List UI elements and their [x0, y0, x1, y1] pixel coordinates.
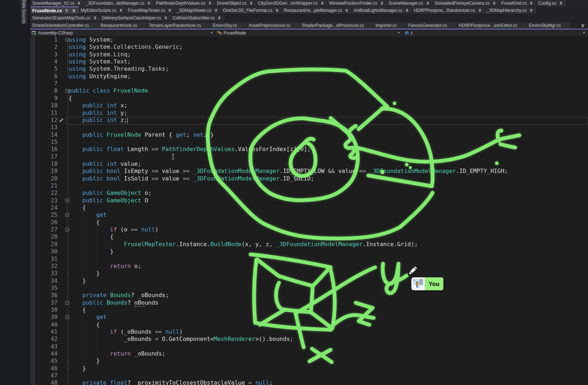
pin-icon[interactable] [321, 1, 324, 5]
code-line: get [69, 211, 107, 219]
pin-icon[interactable] [478, 9, 482, 13]
document-tab[interactable]: PathfinderDepthValues.cs [154, 0, 215, 6]
code-line: public int value; [69, 160, 141, 168]
document-tab[interactable]: FruxelMapTester.cs [126, 7, 174, 14]
outline-guide [67, 42, 68, 77]
line-number: 28 [36, 233, 57, 240]
document-tab[interactable]: FruxelGrid.cs [499, 0, 536, 6]
code-line: return o; [69, 263, 141, 270]
document-tab[interactable]: _3DFoundatio...delManager.cs [84, 0, 154, 6]
fold-collapse-box[interactable] [65, 315, 69, 319]
document-tab[interactable]: EnviroSky.cs [211, 22, 246, 29]
fold-collapse-box[interactable] [65, 199, 69, 202]
document-tab-well: SceneManager_02.cs_3DFoundatio...delMana… [30, 0, 588, 29]
tab-label: FruxelNode.cs [32, 8, 62, 13]
document-tab[interactable]: _3DMapHierarchy.cs [485, 7, 536, 14]
pin-icon[interactable] [405, 9, 409, 13]
pin-icon[interactable] [208, 1, 212, 5]
pin-icon[interactable] [529, 1, 533, 5]
tab-label: Config.cs [538, 1, 556, 6]
document-tab[interactable]: FencesGenerator.cs [406, 22, 456, 29]
tab-label: DeliverySurfaceClassHelper.cs [102, 15, 161, 20]
pin-icon[interactable] [218, 16, 221, 20]
pin-icon[interactable] [345, 9, 349, 13]
document-tab[interactable]: HDRPPostproc...Randomizer.cs [412, 7, 485, 14]
document-tab[interactable]: SimulatedFisheyeCamera.cs [433, 0, 499, 6]
document-tab[interactable]: ArtificialLightsManager.cs [352, 7, 412, 14]
document-tab[interactable]: Importer.cs [374, 22, 406, 29]
line-number: 37 [36, 299, 57, 306]
current-line-highlight [66, 117, 588, 124]
pin-icon[interactable] [559, 1, 563, 5]
left-dock-rail: Data Sources [0, 0, 30, 385]
line-number: 22 [36, 189, 57, 197]
code-line: if (_oBounds == null) [69, 328, 183, 335]
code-editor[interactable]: 1234567891011121314151617181920212223242… [30, 36, 588, 385]
nav-member-dropdown[interactable]: z ▾ [403, 29, 588, 36]
fold-collapse-box[interactable] [65, 228, 69, 231]
line-number: 15 [36, 138, 57, 146]
fold-collapse-box[interactable] [65, 38, 69, 42]
document-tab[interactable]: ShaderPackage...stProcessor.cs [300, 22, 373, 29]
code-line: if (o == null) [69, 226, 158, 233]
document-tab[interactable]: HDRPPostproce...izerEditor.cs [457, 22, 527, 29]
document-tab[interactable]: SceneManager_02.cs [31, 0, 84, 6]
pin-icon[interactable] [214, 9, 218, 13]
pin-icon[interactable] [493, 1, 496, 5]
pin-icon[interactable] [119, 9, 123, 13]
pin-icon[interactable] [275, 9, 279, 13]
document-tab[interactable]: MyEditorScripts.cs [79, 7, 126, 14]
document-tab[interactable]: FruxelNode.cs✕ [31, 6, 79, 14]
pin-icon[interactable] [147, 1, 151, 5]
line-edit-pen-icon [59, 118, 64, 125]
document-tab[interactable]: EnviroSkyMgr.cs [527, 22, 570, 29]
pin-icon[interactable] [164, 16, 168, 20]
document-tab[interactable]: Config.cs [536, 0, 565, 6]
document-tab[interactable]: WindowPositionFinder.cs [327, 0, 387, 6]
fold-collapse-box[interactable] [65, 213, 69, 217]
document-tab[interactable]: DeliverySurfaceClassHelper.cs [100, 15, 171, 21]
nav-project-dropdown[interactable]: Assembly-CSharp ▾ [30, 29, 216, 36]
fold-collapse-box[interactable] [65, 301, 69, 305]
close-icon[interactable]: ✕ [72, 9, 76, 13]
document-tab[interactable]: OneSec3D_FileFormat.cs [221, 7, 282, 14]
data-sources-vertical-tab[interactable]: Data Sources [21, 0, 27, 24]
document-tab[interactable]: DroneOrientationController.cs [31, 22, 98, 29]
pin-icon[interactable] [168, 9, 172, 13]
nav-type-dropdown[interactable]: FruxelNode ▾ [216, 29, 403, 36]
pin-icon[interactable] [65, 9, 69, 13]
line-number: 32 [36, 263, 57, 270]
line-number: 48 [36, 379, 57, 385]
document-tab[interactable]: AssetPreprocessor.cs [247, 22, 300, 29]
pin-icon[interactable] [93, 16, 97, 20]
tab-label: TerrainLayerRandomizer.cs [149, 23, 201, 28]
document-tab[interactable]: DroneObject.cs [215, 0, 256, 6]
pin-icon[interactable] [529, 9, 533, 13]
line-number: 27 [36, 226, 57, 233]
pin-icon[interactable] [77, 1, 81, 5]
document-tab[interactable]: RestaurantHo...pleManager.cs [282, 7, 351, 14]
document-tab[interactable]: SceneManager.cs [387, 0, 433, 6]
document-tab[interactable]: TerrainLayerRandomizer.cs [147, 22, 210, 29]
document-tab[interactable]: CollisionSubscriber.cs [171, 15, 224, 21]
tab-label: RestaurantHo...pleManager.cs [284, 8, 342, 13]
tab-label: DroneObject.cs [217, 1, 247, 6]
outline-guide [67, 93, 68, 385]
document-tab[interactable]: CityGen3DGen...torWrapper.cs [256, 0, 327, 6]
document-tab[interactable]: RestaurantHook.cs [99, 22, 146, 29]
code-line: using System.Collections.Generic; [69, 43, 183, 51]
pin-icon[interactable] [426, 1, 430, 5]
line-number: 11 [36, 109, 57, 117]
fold-collapse-box[interactable] [65, 89, 69, 93]
document-tab[interactable]: _3DMapViewer.cs [175, 7, 221, 14]
pin-icon[interactable] [249, 1, 253, 5]
line-number: 30 [36, 248, 57, 255]
nav-member-label: z [411, 30, 413, 36]
line-number: 39 [36, 314, 57, 321]
tab-overflow-icon[interactable] [580, 23, 586, 28]
pin-icon[interactable] [380, 1, 384, 5]
code-line: } [69, 357, 100, 365]
chevron-down-icon: ▾ [398, 31, 400, 34]
document-tab[interactable]: Generator2ExportMapTools.cs [31, 15, 100, 21]
line-number: 35 [36, 285, 57, 292]
